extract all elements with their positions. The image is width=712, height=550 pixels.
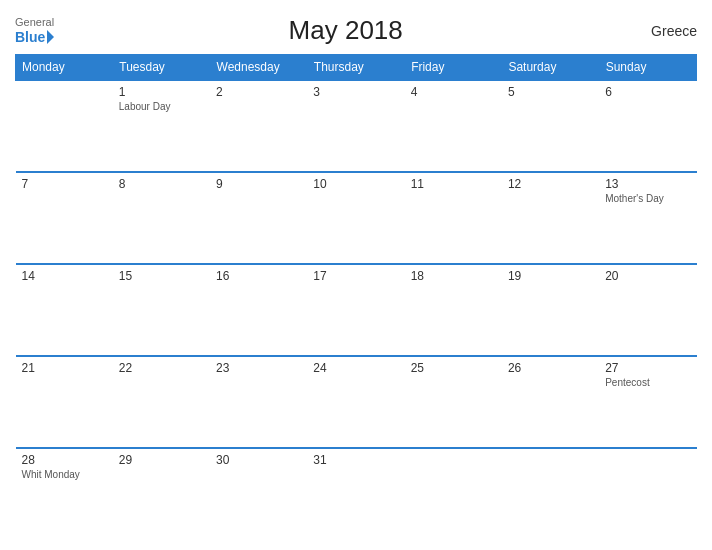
calendar-cell: [502, 448, 599, 540]
logo-blue-text: Blue: [15, 29, 45, 45]
calendar-cell: 7: [16, 172, 113, 264]
holiday-label: Labour Day: [119, 101, 204, 112]
calendar-cell: 21: [16, 356, 113, 448]
day-number: 6: [605, 85, 690, 99]
day-number: 12: [508, 177, 593, 191]
logo-triangle-icon: [47, 30, 54, 44]
calendar-cell: 14: [16, 264, 113, 356]
calendar-week-row: 78910111213Mother's Day: [16, 172, 697, 264]
day-number: 29: [119, 453, 204, 467]
calendar-cell: 4: [405, 80, 502, 172]
calendar-cell: 27Pentecost: [599, 356, 696, 448]
calendar-cell: 2: [210, 80, 307, 172]
calendar-cell: 1Labour Day: [113, 80, 210, 172]
day-number: 22: [119, 361, 204, 375]
country-label: Greece: [637, 23, 697, 39]
day-number: 1: [119, 85, 204, 99]
calendar-table: MondayTuesdayWednesdayThursdayFridaySatu…: [15, 54, 697, 540]
day-number: 30: [216, 453, 301, 467]
calendar-day-header: Friday: [405, 55, 502, 81]
day-number: 17: [313, 269, 398, 283]
calendar-cell: 23: [210, 356, 307, 448]
day-number: 10: [313, 177, 398, 191]
calendar-cell: 16: [210, 264, 307, 356]
day-number: 5: [508, 85, 593, 99]
calendar-cell: 12: [502, 172, 599, 264]
day-number: 8: [119, 177, 204, 191]
calendar-cell: 22: [113, 356, 210, 448]
calendar-cell: 31: [307, 448, 404, 540]
calendar-cell: [405, 448, 502, 540]
calendar-cell: 9: [210, 172, 307, 264]
day-number: 24: [313, 361, 398, 375]
day-number: 21: [22, 361, 107, 375]
calendar-week-row: 21222324252627Pentecost: [16, 356, 697, 448]
calendar-cell: 11: [405, 172, 502, 264]
calendar-day-header: Wednesday: [210, 55, 307, 81]
calendar-cell: 29: [113, 448, 210, 540]
day-number: 15: [119, 269, 204, 283]
day-number: 20: [605, 269, 690, 283]
day-number: 27: [605, 361, 690, 375]
calendar-cell: 13Mother's Day: [599, 172, 696, 264]
logo-bottom: Blue: [15, 29, 54, 45]
logo: General Blue: [15, 16, 54, 44]
day-number: 9: [216, 177, 301, 191]
calendar-cell: 5: [502, 80, 599, 172]
day-number: 19: [508, 269, 593, 283]
calendar-cell: 30: [210, 448, 307, 540]
day-number: 2: [216, 85, 301, 99]
holiday-label: Mother's Day: [605, 193, 690, 204]
calendar-cell: 6: [599, 80, 696, 172]
day-number: 16: [216, 269, 301, 283]
day-number: 7: [22, 177, 107, 191]
calendar-cell: 15: [113, 264, 210, 356]
calendar-cell: 20: [599, 264, 696, 356]
calendar-cell: 28Whit Monday: [16, 448, 113, 540]
calendar-cell: 8: [113, 172, 210, 264]
calendar-cell: 17: [307, 264, 404, 356]
calendar-cell: 18: [405, 264, 502, 356]
day-number: 23: [216, 361, 301, 375]
calendar-body: 1Labour Day2345678910111213Mother's Day1…: [16, 80, 697, 540]
holiday-label: Whit Monday: [22, 469, 107, 480]
day-number: 28: [22, 453, 107, 467]
calendar-day-header: Saturday: [502, 55, 599, 81]
holiday-label: Pentecost: [605, 377, 690, 388]
day-number: 4: [411, 85, 496, 99]
day-number: 31: [313, 453, 398, 467]
calendar-cell: [16, 80, 113, 172]
page-header: General Blue May 2018 Greece: [15, 10, 697, 54]
calendar-week-row: 1Labour Day23456: [16, 80, 697, 172]
calendar-day-header: Tuesday: [113, 55, 210, 81]
calendar-day-header: Sunday: [599, 55, 696, 81]
calendar-cell: 24: [307, 356, 404, 448]
day-number: 11: [411, 177, 496, 191]
calendar-cell: 19: [502, 264, 599, 356]
logo-general-text: General: [15, 16, 54, 28]
calendar-day-header: Monday: [16, 55, 113, 81]
day-number: 26: [508, 361, 593, 375]
day-number: 18: [411, 269, 496, 283]
calendar-cell: 10: [307, 172, 404, 264]
calendar-cell: [599, 448, 696, 540]
calendar-cell: 25: [405, 356, 502, 448]
day-number: 3: [313, 85, 398, 99]
day-number: 14: [22, 269, 107, 283]
calendar-header-row: MondayTuesdayWednesdayThursdayFridaySatu…: [16, 55, 697, 81]
day-number: 25: [411, 361, 496, 375]
calendar-week-row: 28Whit Monday293031: [16, 448, 697, 540]
day-number: 13: [605, 177, 690, 191]
calendar-cell: 3: [307, 80, 404, 172]
calendar-day-header: Thursday: [307, 55, 404, 81]
calendar-cell: 26: [502, 356, 599, 448]
month-title: May 2018: [54, 15, 637, 46]
calendar-week-row: 14151617181920: [16, 264, 697, 356]
